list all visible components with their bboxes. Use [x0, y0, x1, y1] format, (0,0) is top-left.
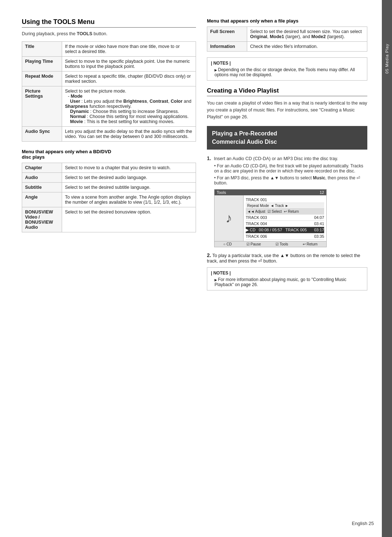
row-desc-bonusview: Select to set the desired bonusview opti… — [62, 207, 196, 232]
table-row: Title If the movie or video have more th… — [22, 42, 196, 57]
footer-bar: English 25 — [352, 521, 374, 526]
table-row: Playing Time Select to move to the speci… — [22, 57, 196, 72]
row-label-picture-settings: PictureSettings — [22, 86, 62, 127]
file-plays-heading: Menu that appears only when a file plays — [207, 18, 367, 24]
bd-table: Chapter Select to move to a chapter that… — [22, 163, 196, 232]
cd-tools-label: Tools — [217, 190, 226, 195]
side-tab: 05 Media Play — [382, 0, 392, 537]
pre-recorded-title: Playing a Pre-RecordedCommercial Audio D… — [212, 130, 362, 146]
table-row: Audio Select to set the desired audio la… — [22, 173, 196, 183]
step1-bullets: For an Audio CD (CD-DA), the first track… — [207, 163, 367, 186]
cd-track-003-row: TRACK 003 04:07 — [246, 214, 324, 221]
row-label-bonusview: BONUSVIEW Video / BONUSVIEW Audio — [22, 207, 62, 232]
left-column: Using the TOOLS Menu During playback, pr… — [22, 18, 196, 297]
cd-tools-btn: ☑ Tools — [275, 242, 288, 246]
table-row: Full Screen Select to set the desired fu… — [207, 27, 367, 42]
cd-track-006-time: 03:35 — [314, 234, 324, 239]
row-label-audio-sync: Audio Sync — [22, 127, 62, 142]
row-desc-playing-time: Select to move to the specific playback … — [62, 57, 196, 72]
row-desc-angle: To view a scene from another angle. The … — [62, 192, 196, 207]
row-desc-picture-settings: Select to set the picture mode. - Mode U… — [62, 86, 196, 127]
notes-list-2: For more information about playing music… — [211, 277, 363, 287]
cd-number: 12 — [320, 190, 324, 195]
cd-right-panel: TRACK 001 Repeat Mode ◄ Track ► ◄◄ Adjus… — [244, 195, 326, 241]
tools-menu-title: Using the TOOLS Menu — [22, 18, 196, 26]
cd-track-005-label: ▶ CD 00:08 / 05:57 TRACK 005 — [246, 228, 307, 232]
side-tab-text: 05 Media Play — [385, 44, 389, 74]
cd-player-mockup: Tools 12 ♪ TRACK 001 Repeat Mode ◄ Track… — [214, 189, 327, 247]
list-item: Depending on the disc or storage device,… — [215, 67, 363, 77]
cd-adjust-ctrl: ◄◄ Adjust — [247, 209, 265, 213]
right-column: Menu that appears only when a file plays… — [207, 18, 367, 297]
video-playlist-text: You can create a playlist of video files… — [207, 100, 367, 120]
step2-section: 2. To play a particular track, use the ▲… — [207, 252, 367, 264]
row-desc-full-screen: Select to set the desired full screen si… — [247, 27, 367, 42]
cd-track-004-time: 03:41 — [314, 221, 324, 226]
step1-text: Insert an Audio CD (CD-DA) or an MP3 Dis… — [214, 156, 338, 161]
bd-section-heading: Menu that appears only when a BD/DVDdisc… — [22, 149, 196, 160]
cd-track-004-row: TRACK 004 03:41 — [246, 221, 324, 227]
row-desc-information: Check the video file's information. — [247, 42, 367, 52]
cd-track-001-label: TRACK 001 — [246, 198, 267, 202]
cd-player-body: ♪ TRACK 001 Repeat Mode ◄ Track ► ◄◄ Adj… — [215, 195, 326, 241]
list-item: For more information about playing music… — [215, 277, 363, 287]
cd-player-header: Tools 12 — [215, 190, 326, 195]
cd-track-006-row: TRACK 006 03:35 — [246, 233, 324, 240]
table-row: BONUSVIEW Video / BONUSVIEW Audio Select… — [22, 207, 196, 232]
row-label-chapter: Chapter — [22, 163, 62, 173]
cd-bottom-controls: ○ CD ☑ Pause ☑ Tools ↩ Return — [215, 241, 326, 247]
row-desc-title: If the movie or video have more than one… — [62, 42, 196, 57]
cd-left-panel: ♪ — [215, 195, 244, 241]
row-label-full-screen: Full Screen — [207, 27, 247, 42]
step2-text: To play a particular track, use the ▲▼ b… — [207, 253, 360, 264]
cd-toolbar-row: ◄◄ Adjust ☑ Select ↩ Return — [246, 209, 324, 214]
cd-track-003-time: 04:07 — [314, 215, 324, 220]
row-label-title: Title — [22, 42, 62, 57]
cd-repeat-row: Repeat Mode ◄ Track ► — [246, 203, 324, 209]
footer-text: English 25 — [352, 521, 374, 526]
row-label-playing-time: Playing Time — [22, 57, 62, 72]
row-label-angle: Angle — [22, 192, 62, 207]
file-table: Full Screen Select to set the desired fu… — [207, 27, 367, 52]
cd-track-005-time: 03:17 — [314, 228, 324, 232]
table-row: PictureSettings Select to set the pictur… — [22, 86, 196, 127]
cd-return-ctrl: ↩ Return — [284, 209, 299, 213]
tools-intro: During playback, press the TOOLS button. — [22, 31, 196, 36]
pre-recorded-box: Playing a Pre-RecordedCommercial Audio D… — [207, 126, 367, 150]
notes-box-1: | NOTES | Depending on the disc or stora… — [207, 57, 367, 81]
notes-title-1: | NOTES | — [211, 61, 363, 66]
row-label-audio: Audio — [22, 173, 62, 183]
row-desc-repeat-mode: Select to repeat a specific title, chapt… — [62, 72, 196, 86]
step2-num: 2. — [207, 252, 211, 258]
cd-track-003-label: TRACK 003 — [246, 215, 267, 220]
cd-repeat-label: Repeat Mode — [247, 204, 269, 208]
cd-track-005-row: ▶ CD 00:08 / 05:57 TRACK 005 03:17 — [246, 227, 324, 233]
list-item: For an MP3 disc, press the ▲▼ buttons to… — [214, 175, 367, 186]
table-row: Angle To view a scene from another angle… — [22, 192, 196, 207]
row-desc-audio: Select to set the desired audio language… — [62, 173, 196, 183]
cd-track-001-row: TRACK 001 — [246, 197, 324, 203]
music-note-icon: ♪ — [226, 211, 232, 226]
row-label-subtitle: Subtitle — [22, 183, 62, 192]
cd-select-ctrl: ☑ Select — [268, 209, 282, 213]
table-row: Information Check the video file's infor… — [207, 42, 367, 52]
cd-circle-label: ○ CD — [223, 242, 232, 246]
row-desc-subtitle: Select to set the desired subtitle langu… — [62, 183, 196, 192]
cd-pause-btn: ☑ Pause — [246, 242, 261, 246]
row-desc-audio-sync: Lets you adjust the audio delay so that … — [62, 127, 196, 142]
row-label-information: Information — [207, 42, 247, 52]
cd-track-004-label: TRACK 004 — [246, 221, 267, 226]
row-desc-chapter: Select to move to a chapter that you des… — [62, 163, 196, 173]
list-item: For an Audio CD (CD-DA), the first track… — [214, 163, 367, 174]
cd-return-btn: ↩ Return — [303, 242, 318, 246]
cd-track-controls: ◄ Track ► — [270, 204, 289, 208]
video-playlist-title: Creating a Video Playlist — [207, 87, 367, 94]
tools-table: Title If the movie or video have more th… — [22, 41, 196, 142]
row-label-repeat-mode: Repeat Mode — [22, 72, 62, 86]
notes-list-1: Depending on the disc or storage device,… — [211, 67, 363, 77]
notes-box-2: | NOTES | For more information about pla… — [207, 267, 367, 290]
cd-track-006-label: TRACK 006 — [246, 234, 267, 239]
step1-section: 1. Insert an Audio CD (CD-DA) or an MP3 … — [207, 155, 367, 186]
table-row: Repeat Mode Select to repeat a specific … — [22, 72, 196, 86]
table-row: Chapter Select to move to a chapter that… — [22, 163, 196, 173]
